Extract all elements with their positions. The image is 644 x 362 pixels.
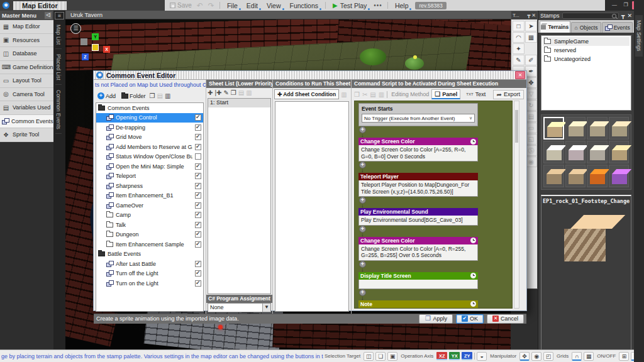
copy-icon[interactable]: ❐ [150, 92, 155, 99]
tree-item-talk[interactable]: Talk [96, 220, 203, 230]
restore-button[interactable]: ❐ [621, 1, 631, 9]
lasso-select-tool-icon[interactable]: ◠ [513, 32, 525, 43]
command-block-teleport-player[interactable]: Teleport PlayerTeleport Player Position … [358, 173, 478, 197]
stamp-thumbnail[interactable] [609, 117, 630, 140]
magnet-snap-icon[interactable]: ∩ [572, 352, 582, 361]
copy-icon[interactable]: ❐ [231, 89, 236, 96]
cut-icon[interactable]: ✂ [362, 91, 367, 98]
checkbox[interactable] [195, 222, 201, 228]
tree-item-status-window-open-close-button[interactable]: Status Window Open/Close Button [96, 152, 203, 162]
brush-tool-icon[interactable]: ✐ [525, 55, 537, 65]
stamp-thumbnail[interactable] [543, 141, 564, 163]
tab-terrains[interactable]: Terrains [540, 21, 570, 33]
gizmo-z-axis[interactable]: Z [82, 53, 89, 60]
paste-icon[interactable]: ▤ [238, 89, 244, 96]
axis-zy-button[interactable]: ZY [462, 352, 472, 360]
stamp-folder-samplegame[interactable]: SampleGame [543, 37, 630, 46]
select-window-icon[interactable]: ◫ [364, 352, 374, 361]
dialog-close-button[interactable]: ✕ [515, 71, 525, 79]
undo-button[interactable]: ↶ [197, 1, 203, 10]
block-select-tool-icon[interactable]: ▦ [525, 32, 537, 43]
pen-tool-icon[interactable]: ✎ [513, 55, 525, 65]
map-tab[interactable]: Uruk Tavern [65, 11, 511, 19]
tree-item-open-the-mini-map-simple[interactable]: Open the Mini Map: Simple [96, 162, 203, 172]
checkbox[interactable] [195, 134, 201, 140]
trash-icon[interactable]: ▥ [246, 89, 252, 96]
checkbox[interactable] [195, 163, 201, 170]
sheet-list-item[interactable]: 1: Start [208, 99, 270, 107]
checkbox[interactable] [195, 183, 201, 189]
insert-sheet-icon[interactable]: |✚ [214, 89, 221, 96]
stamp-thumbnail[interactable] [543, 165, 564, 187]
stamps-search-input[interactable] [562, 13, 619, 19]
command-block-display-title-screen[interactable]: Display Title Screen [358, 272, 478, 289]
sidebar-item-map-editor[interactable]: ▦Map Editor [0, 20, 53, 34]
text-mode-button[interactable]: TXTText [463, 90, 489, 99]
sidebar-item-sprite-tool[interactable]: ❖Sprite Tool [0, 128, 53, 142]
tree-item-add-members-to-reserve-at-ga-[interactable]: Add Members to Reserve at Ga... [96, 142, 203, 152]
checkbox[interactable] [195, 270, 201, 277]
axis-yx-button[interactable]: YX [449, 352, 460, 360]
sidebar-item-database[interactable]: ◫Database [0, 47, 53, 61]
select-box-icon[interactable]: ▣ [387, 352, 397, 361]
sidebar-item-variables-used[interactable]: ▤Variables Used [0, 101, 53, 115]
tree-item-camp[interactable]: Camp [96, 211, 203, 221]
trash-icon[interactable]: ▥ [165, 92, 170, 99]
gizmo-center[interactable] [92, 44, 99, 51]
command-block-play-environmental-sound[interactable]: Play Environmental SoundPlay Environment… [358, 208, 478, 226]
terrain-funnel-icon[interactable]: ▽ [631, 352, 634, 361]
move-manipulator-icon[interactable]: ✥ [519, 352, 530, 361]
stamp-thumbnail[interactable] [587, 117, 608, 140]
checkbox[interactable] [195, 192, 201, 199]
wand-select-tool-icon[interactable]: ✦ [513, 43, 525, 54]
tree-item-battle-events[interactable]: Battle Events [96, 250, 203, 260]
tree-item-item-enhancement-b1[interactable]: Item Enhancement_B1 [96, 191, 203, 201]
checkbox[interactable] [195, 144, 201, 150]
trash-icon[interactable]: ▥ [341, 91, 347, 98]
checkbox[interactable] [195, 261, 201, 267]
add-sheet-condition-button[interactable]: ✚ Add Sheet Condition [274, 89, 339, 99]
checkbox[interactable] [195, 153, 201, 160]
collapse-sidebar-button[interactable]: ◁ [45, 12, 52, 19]
menu-help[interactable]: Help [393, 2, 411, 9]
command-block-change-screen-color[interactable]: Change Screen ColorChange Screen Color t… [358, 138, 478, 162]
checkbox[interactable] [195, 212, 201, 218]
pin-icon[interactable]: ┳ [527, 13, 530, 18]
checkbox[interactable] [195, 202, 201, 209]
menu-edit[interactable]: Edit [245, 2, 260, 9]
axis-xz-button[interactable]: XZ [436, 352, 447, 360]
tree-item-common-events[interactable]: Common Events [96, 103, 203, 113]
tree-item-after-last-battle[interactable]: After Last Battle [96, 259, 203, 269]
dock-tab-map-list[interactable]: Map List [55, 21, 62, 49]
tree-item-turn-off-the-light[interactable]: Turn off the Light [96, 269, 203, 279]
add-event-button[interactable]: +Add [96, 91, 118, 101]
save-button[interactable]: Save [170, 2, 192, 9]
sidebar-item-game-definition[interactable]: ⌨Game Definition [0, 61, 53, 75]
dialog-titlebar[interactable]: ✱ Common Event Editor ✕ [94, 71, 526, 80]
stamp-thumbnail[interactable] [543, 117, 564, 140]
command-block-note[interactable]: Note [358, 300, 478, 308]
checkbox[interactable] [195, 173, 201, 179]
more-button[interactable]: ••• [374, 2, 382, 9]
dock-tab-placed-list[interactable]: Placed List [55, 50, 62, 85]
add-folder-button[interactable]: Folder [119, 92, 148, 101]
stamp-thumbnail[interactable] [565, 165, 586, 187]
tree-item-sharpness[interactable]: Sharpness [96, 181, 203, 191]
stamp-thumbnail[interactable] [587, 165, 608, 187]
command-script-area[interactable]: Event Starts No Trigger (Execute from An… [354, 101, 513, 309]
sidebar-item-resources[interactable]: ▣Resources [0, 34, 53, 48]
gizmo-x-axis[interactable]: X [103, 46, 110, 53]
test-play-button[interactable]: ▶Test Play [331, 2, 369, 9]
checkbox[interactable] [195, 231, 201, 238]
command-block-change-screen-color[interactable]: Change Screen ColorChange Screen Color t… [358, 237, 478, 261]
paste-icon[interactable]: ▤ [370, 91, 375, 98]
grid-toggle-icon[interactable]: ⊞ [619, 352, 629, 361]
checkbox[interactable] [195, 280, 201, 287]
trash-icon[interactable]: ▥ [379, 91, 384, 98]
close-icon[interactable]: ✕ [531, 13, 536, 18]
tree-item-item-enhancement-sample[interactable]: Item Enhancement Sample [96, 239, 203, 250]
axis-gizmo[interactable]: Y X Z [79, 33, 112, 66]
stamp-thumbnail[interactable] [609, 141, 630, 163]
map-settings-tab[interactable]: Map Settings [635, 15, 643, 57]
copy-icon[interactable]: ❐ [354, 91, 360, 98]
